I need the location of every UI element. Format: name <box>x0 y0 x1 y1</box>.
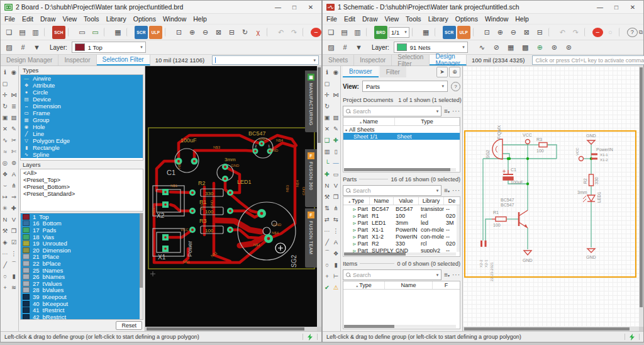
toolbar-icon[interactable] <box>412 28 418 37</box>
menu-item[interactable]: Window <box>163 15 186 23</box>
command-line-input[interactable]: Click or press Ctrl+L key to activate co… <box>532 55 644 65</box>
table-h-scrollbar[interactable] <box>344 252 456 256</box>
toolbar-icon[interactable] <box>435 28 440 37</box>
label-icon[interactable]: ▭ <box>331 169 340 178</box>
paste-icon[interactable]: ▤ <box>9 113 18 122</box>
table-h-scrollbar[interactable] <box>344 325 456 328</box>
toolbar-icon[interactable] <box>68 28 74 37</box>
display-layers-icon[interactable]: ▨ <box>325 42 337 53</box>
erc-icon[interactable]: ✔ <box>323 283 331 291</box>
maximize-button[interactable]: □ <box>286 1 303 13</box>
panel-tab[interactable]: Selection Filter <box>392 55 430 65</box>
panel-tab[interactable]: Selection Filter <box>97 55 150 65</box>
split-icon[interactable]: ⋔ <box>9 181 18 189</box>
menu-item[interactable]: Help <box>515 15 529 23</box>
menu-item[interactable]: Draw <box>362 15 378 23</box>
types-list-item[interactable]: ❖ Attribute <box>21 82 143 89</box>
add-part-icon[interactable]: ❑ <box>323 135 331 144</box>
variant-icon[interactable]: ▩ <box>519 42 531 53</box>
refresh-icon[interactable]: ↻ <box>239 27 251 38</box>
open-file-icon[interactable]: ❏ <box>3 27 15 38</box>
ratsnest-icon[interactable]: ✳ <box>1 203 9 212</box>
minimize-button[interactable]: — <box>270 1 286 13</box>
stop-icon[interactable]: − <box>311 28 321 37</box>
command-assist-icon[interactable] <box>629 334 635 341</box>
command-line-input[interactable]: ▾ <box>212 55 319 65</box>
list-view-icon[interactable]: ≡▾ <box>444 187 450 194</box>
browser-tab[interactable]: Filter <box>380 66 406 77</box>
zoom-select-icon[interactable]: ⊠ <box>213 27 225 38</box>
show-icon[interactable]: ◉ <box>331 67 340 76</box>
value-icon[interactable]: V <box>9 215 18 223</box>
pin-icon[interactable]: ↦ <box>1 192 9 201</box>
rotate-icon[interactable]: ↻ <box>1 101 9 110</box>
layer-selector[interactable]: 1 Top ▾ <box>72 42 146 53</box>
mark-icon[interactable]: + <box>1 283 9 291</box>
open-file-icon[interactable]: ❏ <box>325 27 337 38</box>
gate-icon[interactable]: ▥ <box>323 147 331 156</box>
types-list-item[interactable]: ╱ Line <box>21 130 143 137</box>
ripup-icon[interactable]: χ <box>252 27 264 38</box>
layer-list-item[interactable]: 22 bPlace <box>21 260 143 267</box>
toolbar-icon[interactable] <box>165 28 170 37</box>
layer-list-item[interactable]: 20 Dimension <box>21 247 143 254</box>
layers-scrollbar[interactable] <box>140 213 143 319</box>
types-list-item[interactable]: — Airwire <box>21 75 143 82</box>
menu-item[interactable]: Tools <box>84 15 99 23</box>
parts-table-row[interactable]: ⊳Part BC547 BC547 transistor -- <box>343 205 460 212</box>
layer-list-item[interactable]: 1 Top <box>21 213 143 220</box>
paste-icon[interactable]: ▤ <box>331 113 340 122</box>
undo-icon[interactable]: ↶ <box>557 27 569 38</box>
redo-icon[interactable]: ↷ <box>570 27 582 38</box>
fusion-360-tab[interactable]: F FUSION 360 <box>305 149 317 207</box>
filter-icon[interactable]: ▼ <box>31 42 43 53</box>
layer-selector[interactable]: 91 Nets ▾ <box>394 42 468 53</box>
close-button[interactable]: ✕ <box>303 1 319 13</box>
ripup-tool-icon[interactable]: ✂ <box>9 135 18 144</box>
documents-search-input[interactable]: Search ▾ <box>343 106 441 116</box>
more-options-icon[interactable]: ··· <box>452 271 460 278</box>
smash-icon[interactable]: ⚒ <box>323 192 331 201</box>
toolbar-icon[interactable] <box>548 28 554 37</box>
sheet-selector[interactable]: 1/1 ▾ <box>389 27 409 38</box>
mark-icon[interactable]: + <box>323 271 331 280</box>
schematic-canvas[interactable]: VCCR3100F/QMXSG2C1100uFBC547BC547R1100GN… <box>463 66 643 331</box>
circle-icon[interactable]: ○ <box>323 260 331 269</box>
errors-icon[interactable]: ⚠ <box>331 283 340 291</box>
layer-list-item[interactable]: 25 tNames <box>21 267 143 274</box>
dots-icon[interactable]: ⋯ <box>323 226 331 235</box>
optimize-icon[interactable]: ⇒ <box>9 192 18 201</box>
move-icon[interactable]: ✛ <box>323 90 331 99</box>
layer-preset-item[interactable]: <Preset_Standard> <box>21 190 143 197</box>
menu-item[interactable]: Help <box>193 15 207 23</box>
items-search-input[interactable]: Search ▾ <box>343 269 441 280</box>
redo-icon[interactable]: ↷ <box>288 27 300 38</box>
manufacturing-tab[interactable]: ▣ MANUFACTURING <box>305 71 317 132</box>
reset-button[interactable]: Reset <box>116 321 142 330</box>
filter-icon[interactable]: ▼ <box>353 42 365 53</box>
route-icon[interactable]: ∿ <box>1 135 9 144</box>
parts-search-input[interactable]: Search ▾ <box>343 185 441 196</box>
text-icon[interactable]: A <box>9 169 18 178</box>
vertical-scrollbar[interactable] <box>639 66 643 327</box>
smash-icon[interactable]: ⚒ <box>1 226 9 235</box>
list-view-icon[interactable]: ≡▾ <box>444 271 450 278</box>
panel-tab[interactable]: Design Manager <box>430 55 466 65</box>
info-icon[interactable]: ℹ <box>1 67 9 76</box>
parts-table-row[interactable]: ⊳Part X1-1 PowerIN con-molex -- <box>343 226 460 233</box>
list-view-icon[interactable]: ≡▾ <box>444 108 450 115</box>
show-net-icon[interactable]: ⊘ <box>491 42 502 53</box>
types-list-item[interactable]: ∿ Spline <box>21 151 143 158</box>
settings-icon[interactable]: ⊛ <box>548 42 560 53</box>
layer-preset-item[interactable]: <Preset_Top> <box>21 176 143 183</box>
drc-icon[interactable]: ☑ <box>9 237 18 246</box>
layer-preset-item[interactable]: <All> <box>21 169 143 176</box>
types-list-item[interactable]: ▮ Rectangle <box>21 144 143 151</box>
vertical-scrollbar[interactable] <box>317 66 321 327</box>
change-icon[interactable]: ✎ <box>331 124 340 133</box>
split-icon[interactable]: ⋔ <box>331 203 340 212</box>
zoom-in-icon[interactable]: ⊕ <box>494 27 506 38</box>
delete-icon[interactable]: ✕ <box>1 124 9 133</box>
menu-item[interactable]: Library <box>106 15 126 23</box>
tag-icon[interactable]: ❒ <box>331 192 340 201</box>
